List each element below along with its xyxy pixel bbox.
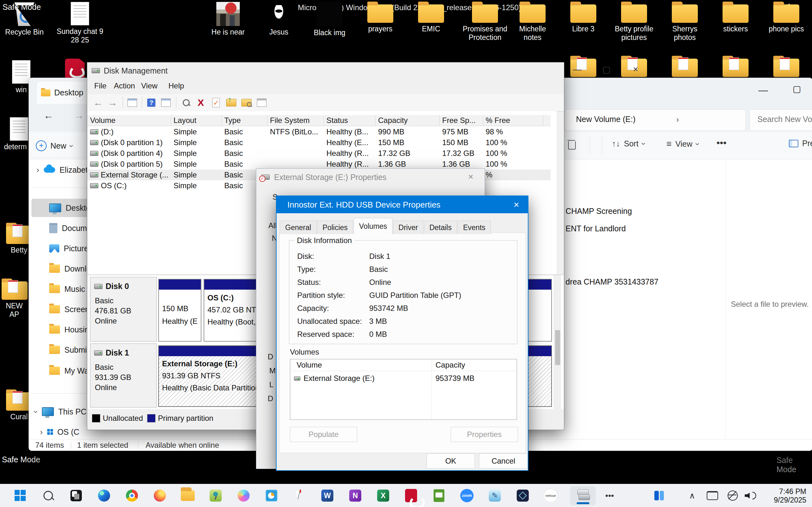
start-button[interactable]: [13, 488, 28, 503]
excel-button[interactable]: X: [375, 488, 391, 503]
file-item[interactable]: CHAMP Screening: [565, 207, 632, 216]
volumes-list[interactable]: Volume Capacity External Storage (E:) 95…: [290, 359, 517, 420]
delete-volume-icon[interactable]: X: [194, 97, 207, 109]
open-folder-icon[interactable]: ↑: [225, 97, 238, 109]
desktop-icon-prayers[interactable]: prayers: [360, 4, 401, 33]
tab-general[interactable]: General: [280, 221, 316, 234]
network-tray-button[interactable]: [725, 488, 740, 503]
desktop-icon-stickers[interactable]: stickers: [715, 4, 756, 33]
desktop-icon-pdf-folder-3[interactable]: [672, 59, 698, 77]
tab-driver[interactable]: Driver: [393, 221, 423, 234]
partition-disk0-recovery[interactable]: 150 MB Healthy (E: [158, 279, 201, 342]
sidebar-item-onedrive[interactable]: › Elizabet: [37, 161, 90, 179]
ok-button[interactable]: OK: [426, 453, 475, 469]
table-row[interactable]: (Disk 0 partition 1) SimpleBasic Healthy…: [88, 137, 551, 148]
copilot-button[interactable]: [236, 488, 251, 503]
delete-button[interactable]: [568, 141, 576, 150]
minimize-button[interactable]: —: [568, 64, 587, 77]
vertical-scrollbar[interactable]: [554, 275, 561, 409]
tab-volumes[interactable]: Volumes: [354, 218, 392, 234]
menu-view[interactable]: View: [141, 81, 158, 90]
disk-1-info[interactable]: Disk 1 Basic 931.39 GB Online: [90, 343, 157, 407]
firefox-button[interactable]: [152, 488, 167, 503]
search-input[interactable]: Search New Vol: [757, 115, 812, 124]
cursor-app-button[interactable]: [292, 488, 307, 503]
table-row[interactable]: (Disk 0 partition 5) SimpleBasic Healthy…: [88, 159, 551, 170]
desktop-icon-pdf-folder-5[interactable]: [773, 59, 799, 77]
edge-button[interactable]: [96, 488, 112, 503]
desktop-icon-new-ap-folder[interactable]: NEW AP: [2, 281, 27, 319]
zoom-button[interactable]: zoom: [459, 488, 474, 503]
menu-file[interactable]: File: [94, 81, 107, 90]
close-button[interactable]: ×: [626, 64, 645, 77]
help-icon[interactable]: ?: [145, 97, 158, 109]
close-button[interactable]: ×: [468, 172, 473, 182]
desktop-icon-sherrys-photos[interactable]: Sherrys photos: [669, 4, 701, 42]
desktop-icon-black-img[interactable]: Black img: [309, 2, 350, 37]
pin-app-button[interactable]: [208, 488, 223, 503]
console-tree-icon[interactable]: [126, 97, 139, 109]
desktop-icon-pdf-folder-4[interactable]: [722, 59, 749, 77]
taskbar-clock[interactable]: 7:46 PM 9/29/2025: [774, 487, 806, 504]
properties-button[interactable]: Properties: [451, 427, 518, 442]
portfolio-app-button[interactable]: [515, 488, 530, 503]
desktop-icon-libre-3[interactable]: Libre 3: [563, 4, 604, 33]
back-icon[interactable]: ←: [92, 97, 104, 109]
sort-button[interactable]: ↑↓ Sort ›: [612, 139, 645, 149]
desktop-icon-promises[interactable]: Promises and Protection: [461, 4, 509, 42]
explore-folder-icon[interactable]: [240, 97, 253, 109]
preview-toggle-button[interactable]: Previ: [789, 139, 812, 148]
sidebar-item-this-pc[interactable]: › This PC: [35, 403, 92, 420]
maximize-button[interactable]: ▢: [597, 64, 616, 77]
list-view-icon[interactable]: [255, 97, 268, 109]
photo-editor-button[interactable]: ✎: [487, 488, 502, 503]
search-button[interactable]: [41, 488, 56, 503]
chrome-button[interactable]: [124, 488, 140, 503]
tab-details[interactable]: Details: [424, 221, 457, 234]
desktop-icon-sunday-chat[interactable]: Sunday chat 9 28 25: [55, 2, 105, 44]
desktop-icon-michelle-notes[interactable]: Michelle notes: [515, 4, 550, 42]
volume-tray-button[interactable]: [743, 488, 758, 503]
close-button[interactable]: ×: [505, 196, 528, 213]
volume-row[interactable]: External Storage (E:): [294, 374, 374, 383]
cancel-button[interactable]: Cancel: [479, 453, 528, 469]
word-button[interactable]: W: [320, 488, 335, 503]
populate-button[interactable]: Populate: [290, 427, 357, 442]
forward-icon[interactable]: →: [106, 97, 119, 109]
maximize-button[interactable]: ▢: [793, 83, 801, 94]
menu-action[interactable]: Action: [114, 81, 135, 90]
sidebar-item-os-c[interactable]: › OS (C: [40, 423, 94, 441]
disk-management-taskbar-button[interactable]: [570, 486, 596, 505]
hidden-icons-button[interactable]: ∧: [684, 488, 700, 503]
view-button[interactable]: ≡ View ›: [666, 139, 699, 149]
search-box[interactable]: Search New Vol: [750, 109, 812, 131]
tab-policies[interactable]: Policies: [317, 221, 353, 234]
more-options-button[interactable]: •••: [716, 137, 727, 148]
file-item[interactable]: ENT for Landlord: [565, 224, 626, 233]
console-window-icon[interactable]: [159, 97, 172, 109]
desktop-icon-he-is-near[interactable]: He is near: [207, 2, 249, 37]
forward-button[interactable]: →: [74, 110, 84, 121]
file-item[interactable]: drea CHAMP 3531433787: [565, 277, 658, 286]
photos-app-button[interactable]: [68, 488, 84, 503]
file-explorer-button[interactable]: [180, 488, 195, 503]
widgets-button[interactable]: [652, 488, 667, 503]
breadcrumb[interactable]: New Volume (E:) ›: [565, 109, 746, 131]
netvue-button[interactable]: netvue: [543, 488, 558, 503]
onenote-button[interactable]: N: [348, 488, 363, 503]
disk-0-info[interactable]: Disk 0 Basic 476.81 GB Online: [90, 277, 157, 342]
disk-chart-app-button[interactable]: [264, 488, 279, 503]
desktop-icon-recycle-bin[interactable]: Recycle Bin: [4, 2, 45, 37]
desktop-icon-betty-profile[interactable]: Betty profile pictures: [612, 4, 656, 42]
desktop-icon-phone-pics[interactable]: phone pics: [766, 4, 807, 33]
minimize-button[interactable]: —: [758, 85, 768, 96]
table-row[interactable]: (Disk 0 partition 4) SimpleBasic Healthy…: [88, 148, 551, 159]
tablet-device-tray-button[interactable]: [705, 488, 720, 503]
desktop-icon-jesus[interactable]: Jesus: [258, 2, 299, 37]
bible-app-button[interactable]: [432, 488, 447, 503]
device-scan-icon[interactable]: [180, 97, 193, 109]
acrobat-button[interactable]: [403, 488, 419, 503]
table-header[interactable]: Volume Layout Type File System Status Ca…: [88, 115, 551, 126]
taskbar-more-button[interactable]: •••: [602, 488, 617, 503]
tab-events[interactable]: Events: [458, 221, 491, 234]
